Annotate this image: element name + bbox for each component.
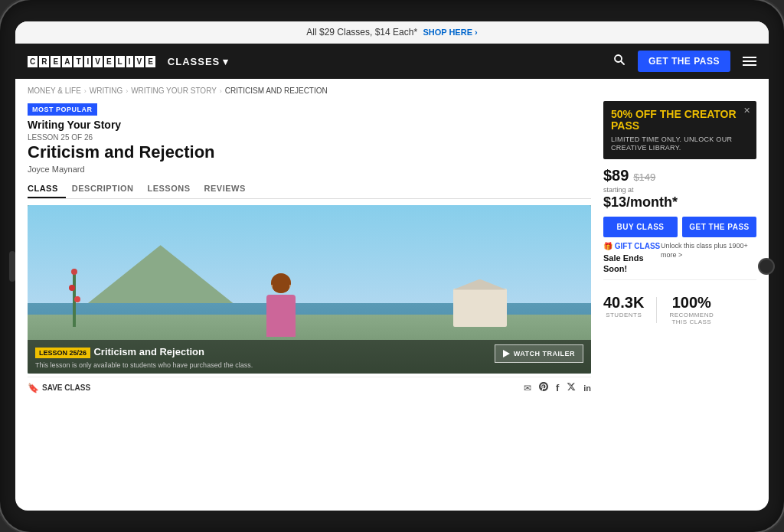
get-pass-button[interactable]: GET THE PASS <box>682 217 756 237</box>
logo-t: T <box>74 56 83 67</box>
stats-divider <box>656 297 657 323</box>
search-icon[interactable] <box>613 54 626 69</box>
students-value: 40.3K <box>603 294 644 312</box>
navbar: C R E A T I V E L I V E CLASSES ▾ <box>15 44 769 79</box>
logo-a: A <box>62 56 72 67</box>
promo-box: ✕ 50% Off The Creator Pass LIMITED TIME … <box>603 101 756 159</box>
original-price: $149 <box>633 171 655 183</box>
recommend-label: RECOMMEND THIS CLASS <box>669 312 714 326</box>
main-content: MONEY & LIFE › WRITING › WRITING YOUR ST… <box>15 79 769 511</box>
flower-stem <box>73 273 76 327</box>
tab-class[interactable]: CLASS <box>28 180 66 198</box>
video-container[interactable]: LESSON 25/26 Criticism and Rejection Thi… <box>28 205 591 374</box>
right-price-section: starting at $13/month* <box>603 186 756 211</box>
svg-line-1 <box>621 61 624 64</box>
video-lesson-title: Criticism and Rejection <box>93 346 204 357</box>
logo-c: C <box>28 56 38 67</box>
starting-at-label: starting at <box>603 186 756 194</box>
logo-i: I <box>84 56 91 67</box>
watch-trailer-button[interactable]: WATCH TRAILER <box>495 344 583 363</box>
nav-classes-button[interactable]: CLASSES ▾ <box>168 56 229 67</box>
facebook-icon[interactable]: f <box>556 382 559 393</box>
stat-students: 40.3K STUDENTS <box>603 294 644 326</box>
flower-1 <box>71 269 77 275</box>
breadcrumb-writing-story[interactable]: WRITING YOUR STORY <box>131 86 217 95</box>
breadcrumb-sep-1: › <box>84 87 87 95</box>
breadcrumb-sep-3: › <box>220 87 222 95</box>
logo-e3: E <box>145 56 155 67</box>
stats-row: 40.3K STUDENTS 100% RECOMMEND THIS CLASS <box>603 286 756 329</box>
breadcrumb-current: CRITICISM AND REJECTION <box>225 86 328 95</box>
popular-badge: MOST POPULAR <box>28 103 97 116</box>
screen: All $29 Classes, $14 Each* SHOP HERE › C… <box>15 21 769 511</box>
social-share-icons: ✉ f in <box>524 382 591 393</box>
unlock-text[interactable]: Unlock this class plus 1900+ more > <box>661 242 756 259</box>
instructor-name: Joyce Maynard <box>28 165 591 174</box>
logo-l: L <box>116 56 125 67</box>
breadcrumb-money-life[interactable]: MONEY & LIFE <box>28 86 81 95</box>
monthly-price: $13/month* <box>603 194 678 210</box>
flower-2 <box>69 285 75 291</box>
linkedin-icon[interactable]: in <box>583 383 591 393</box>
left-cta: 🎁 GIFT CLASS Sale Ends Soon! <box>603 242 661 275</box>
buy-class-button[interactable]: BUY CLASS <box>603 217 678 237</box>
breadcrumb-writing[interactable]: WRITING <box>90 86 122 95</box>
hamburger-menu-icon[interactable] <box>743 57 756 66</box>
logo-v: V <box>93 56 103 67</box>
price-area: $89 $149 starting at $13/month* <box>603 167 756 211</box>
tablet-frame: All $29 Classes, $14 Each* SHOP HERE › C… <box>0 0 784 532</box>
building <box>453 289 507 327</box>
cta-buttons-row: BUY CLASS GET THE PASS <box>603 217 756 237</box>
save-class-button[interactable]: 🔖 SAVE CLASS <box>28 383 90 393</box>
logo-i2: I <box>126 56 133 67</box>
twitter-icon[interactable] <box>567 382 576 393</box>
logo-e: E <box>51 56 60 67</box>
logo-e2: E <box>104 56 114 67</box>
current-price: $89 <box>603 167 629 184</box>
promo-close-button[interactable]: ✕ <box>743 106 750 116</box>
get-pass-nav-button[interactable]: GET THE PASS <box>638 51 730 72</box>
play-icon <box>503 350 510 357</box>
person-figure <box>266 273 296 337</box>
pinterest-icon[interactable] <box>539 382 548 393</box>
logo[interactable]: C R E A T I V E L I V E <box>28 56 155 67</box>
left-column: MOST POPULAR Writing Your Story LESSON 2… <box>28 101 591 511</box>
tabs: CLASS DESCRIPTION LESSONS REVIEWS <box>28 180 591 199</box>
promo-subtitle: LIMITED TIME ONLY. UNLOCK OUR CREATIVE L… <box>611 135 749 153</box>
lesson-heading: Criticism and Rejection <box>28 143 591 162</box>
tab-description[interactable]: DESCRIPTION <box>72 180 142 198</box>
sale-ends-text: Sale Ends Soon! <box>603 253 661 275</box>
shop-link[interactable]: SHOP HERE › <box>423 28 477 37</box>
stats-section: 40.3K STUDENTS 100% RECOMMEND THIS CLASS <box>603 279 756 329</box>
logo-v2: V <box>135 56 145 67</box>
stat-recommend: 100% RECOMMEND THIS CLASS <box>669 294 714 326</box>
students-label: STUDENTS <box>603 312 644 319</box>
lesson-label: LESSON 25 OF 26 <box>28 133 591 142</box>
course-title: Writing Your Story <box>28 119 591 131</box>
watch-trailer-label: WATCH TRAILER <box>514 350 575 357</box>
bookmark-icon: 🔖 <box>28 383 39 393</box>
flower-3 <box>74 296 80 302</box>
recommend-value: 100% <box>669 294 714 312</box>
tab-lessons[interactable]: LESSONS <box>147 180 198 198</box>
chevron-down-icon: ▾ <box>223 56 229 67</box>
save-bar: 🔖 SAVE CLASS ✉ f in <box>28 377 591 398</box>
page-layout: MOST POPULAR Writing Your Story LESSON 2… <box>28 101 756 511</box>
tab-reviews[interactable]: REVIEWS <box>204 180 253 198</box>
price-row: $89 $149 <box>603 167 756 184</box>
logo-r: R <box>39 56 49 67</box>
breadcrumb: MONEY & LIFE › WRITING › WRITING YOUR ST… <box>28 86 756 95</box>
save-class-label: SAVE CLASS <box>42 383 90 392</box>
right-column: ✕ 50% Off The Creator Pass LIMITED TIME … <box>603 101 756 511</box>
promo-title: 50% Off The Creator Pass <box>611 109 749 132</box>
announcement-text: All $29 Classes, $14 Each* <box>306 27 417 38</box>
email-share-icon[interactable]: ✉ <box>524 383 531 393</box>
breadcrumb-sep-2: › <box>126 87 128 95</box>
classes-label: CLASSES <box>168 56 220 67</box>
lesson-tag: LESSON 25/26 <box>35 348 90 358</box>
gift-class-link[interactable]: 🎁 GIFT CLASS <box>603 242 661 250</box>
announcement-bar: All $29 Classes, $14 Each* SHOP HERE › <box>15 21 769 44</box>
